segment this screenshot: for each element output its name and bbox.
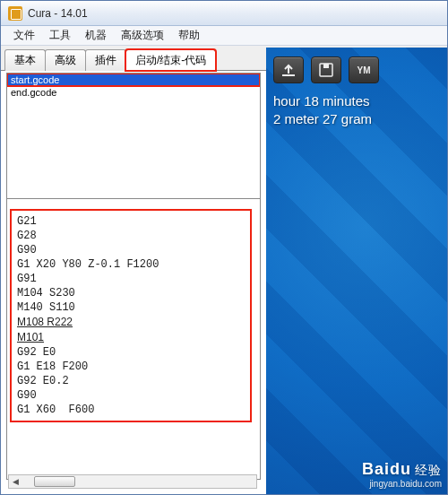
titlebar: Cura - 14.01: [1, 1, 447, 26]
3d-viewport[interactable]: YM hour 18 minutes 2 meter 27 gram: [266, 48, 447, 494]
ym-button[interactable]: YM: [349, 56, 379, 83]
menu-advanced[interactable]: 高级选项: [114, 26, 171, 45]
watermark-cn: 经验: [415, 463, 442, 479]
print-time: hour 18 minutes: [273, 92, 440, 110]
menu-help[interactable]: 帮助: [171, 26, 207, 45]
print-stats: hour 18 minutes 2 meter 27 gram: [266, 92, 447, 128]
gcode-editor[interactable]: G21 G28 G90 G1 X20 Y80 Z-0.1 F1200 G91 M…: [17, 214, 245, 417]
scroll-left-icon[interactable]: ◀: [9, 475, 22, 488]
gcode-editor-wrap: G21 G28 G90 G1 X20 Y80 Z-0.1 F1200 G91 M…: [10, 209, 252, 422]
menu-tools[interactable]: 工具: [42, 26, 78, 45]
watermark-brand: Baidu: [362, 460, 411, 479]
gcode-file-list[interactable]: start.gcode end.gcode: [7, 74, 260, 199]
file-start-gcode[interactable]: start.gcode: [7, 74, 260, 86]
watermark: Baidu 经验 jingyan.baidu.com: [362, 460, 442, 489]
svg-rect-1: [323, 64, 329, 68]
menubar: 文件 工具 机器 高级选项 帮助: [1, 26, 447, 46]
save-gcode-button[interactable]: [311, 56, 341, 83]
menu-machine[interactable]: 机器: [78, 26, 114, 45]
window-title: Cura - 14.01: [28, 7, 88, 20]
load-model-button[interactable]: [273, 56, 304, 83]
tab-basic[interactable]: 基本: [4, 49, 46, 71]
watermark-url: jingyan.baidu.com: [362, 479, 442, 489]
scroll-thumb[interactable]: [34, 476, 75, 487]
app-window: Cura - 14.01 文件 工具 机器 高级选项 帮助 基本 高级 插件 启…: [0, 0, 448, 495]
tab-advanced[interactable]: 高级: [45, 49, 86, 71]
app-icon: [8, 6, 22, 21]
hscrollbar[interactable]: ◀: [8, 474, 257, 489]
tab-plugins[interactable]: 插件: [85, 49, 126, 71]
viewport-toolbar: YM: [266, 48, 447, 92]
file-end-gcode[interactable]: end.gcode: [7, 86, 260, 99]
menu-file[interactable]: 文件: [6, 26, 42, 45]
tab-start-end-gcode[interactable]: 启动/结束-代码: [125, 49, 216, 71]
print-material: 2 meter 27 gram: [273, 110, 440, 128]
